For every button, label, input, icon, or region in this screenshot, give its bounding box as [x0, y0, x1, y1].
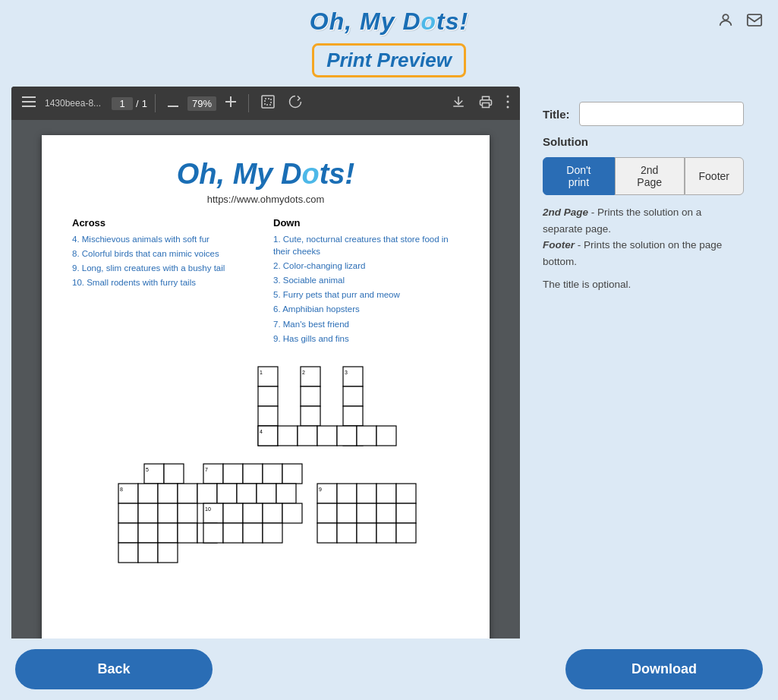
down-header: Down [273, 217, 459, 229]
svg-rect-80 [203, 523, 223, 543]
svg-rect-7 [225, 101, 236, 102]
rotate-button[interactable] [284, 92, 307, 115]
more-options-button[interactable] [502, 92, 514, 115]
svg-rect-64 [396, 503, 416, 523]
svg-rect-50 [217, 484, 237, 503]
svg-rect-41 [243, 464, 263, 484]
svg-rect-59 [396, 484, 416, 503]
header-icons [717, 11, 763, 32]
svg-rect-5 [168, 106, 178, 107]
across-header: Across [72, 217, 258, 229]
solution-label: Solution [543, 135, 744, 148]
pdf-site-url: https://www.ohmydots.com [72, 194, 459, 205]
zoom-out-button[interactable] [163, 93, 183, 113]
svg-rect-88 [396, 523, 416, 543]
svg-rect-40 [223, 464, 243, 484]
svg-rect-78 [178, 523, 197, 543]
svg-rect-68 [243, 503, 263, 523]
zoom-in-button[interactable] [221, 93, 241, 113]
svg-rect-21 [301, 406, 320, 426]
clue-down-7: 7. Man's best friend [273, 318, 459, 330]
download-pdf-button[interactable] [447, 92, 470, 115]
svg-rect-82 [243, 523, 263, 543]
download-button[interactable]: Download [565, 649, 763, 689]
svg-text:7: 7 [205, 467, 208, 472]
toolbar-divider-2 [248, 94, 249, 112]
solution-description: 2nd Page - Prints the solution on a sepa… [543, 204, 744, 270]
svg-rect-1 [748, 14, 761, 26]
svg-rect-90 [138, 543, 158, 563]
svg-rect-70 [282, 503, 302, 523]
print-pdf-button[interactable] [474, 92, 497, 115]
page-title-container: Print Preview [0, 43, 778, 77]
fit-page-button[interactable] [257, 92, 279, 115]
svg-rect-83 [263, 523, 282, 543]
2nd-page-desc-label: 2nd Page [543, 207, 588, 218]
tab-2nd-page[interactable]: 2nd Page [615, 157, 685, 195]
svg-rect-53 [276, 484, 296, 503]
crossword-grid-area: .cell { fill: white; stroke: #000; strok… [72, 359, 459, 572]
pdf-page-total: 1 [142, 98, 147, 109]
svg-rect-86 [357, 523, 376, 543]
pdf-page-input[interactable] [112, 97, 133, 110]
pdf-logo-text: Oh, My Dots! [177, 158, 354, 190]
clue-across-10: 10. Small rodents with furry tails [72, 276, 258, 289]
svg-rect-71 [118, 503, 138, 523]
tab-footer[interactable]: Footer [685, 157, 744, 195]
clue-across-4: 4. Mischievous animals with soft fur [72, 233, 258, 245]
svg-rect-4 [22, 106, 36, 107]
svg-rect-85 [337, 523, 357, 543]
clue-across-8: 8. Colorful birds that can mimic voices [72, 248, 258, 260]
svg-rect-67 [223, 503, 243, 523]
svg-rect-62 [357, 503, 376, 523]
across-clues: Across 4. Mischievous animals with soft … [72, 217, 258, 347]
svg-rect-25 [343, 406, 363, 426]
svg-rect-52 [257, 484, 276, 503]
svg-rect-81 [223, 523, 243, 543]
svg-rect-9 [483, 103, 490, 108]
pdf-content-area[interactable]: Oh, My Dots! https://www.ohmydots.com Ac… [11, 120, 520, 680]
svg-rect-42 [263, 464, 282, 484]
main-layout: 1430beea-8... / 1 79% [0, 87, 778, 680]
pdf-site-logo: Oh, My Dots! [72, 158, 459, 191]
title-label: Title: [543, 108, 570, 121]
svg-text:1: 1 [260, 370, 263, 375]
bottom-bar: Back Download [0, 639, 778, 700]
svg-rect-73 [158, 503, 178, 523]
svg-rect-61 [337, 503, 357, 523]
title-input[interactable] [579, 102, 744, 126]
svg-rect-3 [22, 101, 36, 102]
svg-text:10: 10 [205, 506, 211, 512]
pdf-zoom-display: 79% [187, 96, 216, 111]
pdf-toolbar: 1430beea-8... / 1 79% [11, 87, 520, 120]
svg-rect-72 [138, 503, 158, 523]
svg-rect-58 [376, 484, 396, 503]
svg-rect-63 [376, 503, 396, 523]
right-panel: Title: Solution Don't print 2nd Page Foo… [520, 87, 767, 680]
svg-rect-29 [278, 426, 298, 446]
svg-text:5: 5 [146, 467, 149, 472]
svg-rect-87 [376, 523, 396, 543]
clue-down-1: 1. Cute, nocturnal creatures that store … [273, 233, 459, 257]
svg-rect-8 [262, 96, 274, 108]
svg-point-0 [723, 14, 728, 20]
user-icon-button[interactable] [717, 11, 734, 32]
svg-text:4: 4 [260, 429, 263, 434]
svg-rect-30 [298, 426, 317, 446]
svg-rect-24 [343, 386, 363, 406]
svg-rect-37 [164, 464, 184, 484]
pdf-page-info: / 1 [112, 97, 147, 110]
tab-dont-print[interactable]: Don't print [543, 157, 615, 195]
clue-down-9: 9. Has gills and fins [273, 333, 459, 345]
clue-down-6: 6. Amphibian hopsters [273, 303, 459, 315]
svg-rect-84 [317, 523, 337, 543]
mail-icon-button[interactable] [746, 11, 763, 32]
clues-section: Across 4. Mischievous animals with soft … [72, 217, 459, 347]
menu-icon-button[interactable] [17, 93, 40, 113]
svg-rect-74 [178, 503, 197, 523]
pdf-page: Oh, My Dots! https://www.ohmydots.com Ac… [42, 135, 490, 680]
svg-rect-47 [158, 484, 178, 503]
back-button[interactable]: Back [15, 649, 213, 689]
title-optional-text: The title is optional. [543, 279, 744, 290]
site-logo: Oh, My Dots! [310, 8, 468, 36]
